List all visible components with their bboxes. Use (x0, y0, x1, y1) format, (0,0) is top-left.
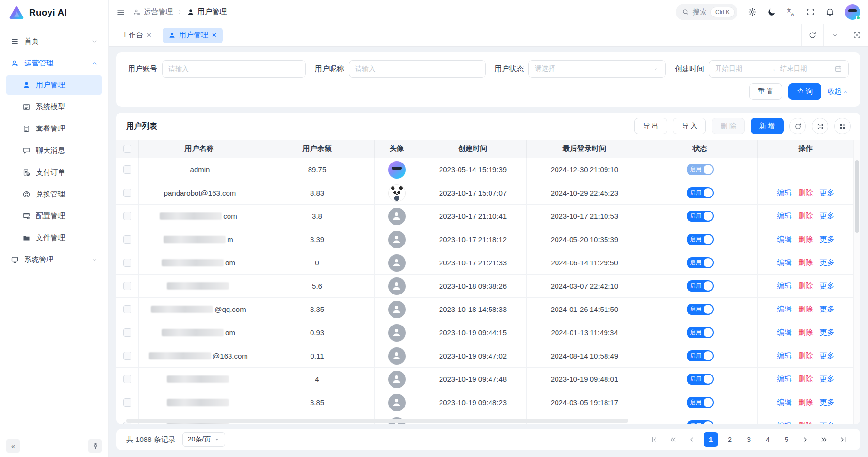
more-link[interactable]: 更多 (820, 351, 835, 360)
edit-link[interactable]: 编辑 (777, 188, 792, 197)
reset-button[interactable]: 重 置 (749, 83, 782, 100)
edit-link[interactable]: 编辑 (777, 235, 792, 244)
edit-link[interactable]: 编辑 (777, 351, 792, 360)
global-search[interactable]: 搜索 Ctrl K (676, 4, 737, 20)
refresh-page-button[interactable] (801, 24, 823, 46)
last-page-button[interactable] (836, 432, 851, 447)
edit-link[interactable]: 编辑 (777, 212, 792, 221)
row-checkbox[interactable] (123, 282, 131, 290)
close-tab-icon[interactable]: ✕ (212, 32, 217, 39)
breadcrumb-current[interactable]: 用户管理 (187, 7, 227, 16)
row-checkbox[interactable] (123, 328, 131, 337)
status-toggle[interactable]: 启用 (687, 327, 714, 338)
edit-link[interactable]: 编辑 (777, 375, 792, 384)
export-button[interactable]: 导 出 (634, 118, 667, 134)
delete-link[interactable]: 删除 (799, 212, 813, 221)
edit-link[interactable]: 编辑 (777, 398, 792, 407)
status-select[interactable]: 请选择 (528, 60, 666, 78)
row-checkbox[interactable] (123, 305, 131, 313)
status-toggle[interactable]: 启用 (687, 211, 714, 222)
page-number-button[interactable]: 4 (760, 432, 775, 447)
column-settings-button[interactable] (834, 118, 851, 134)
sidebar-subitem[interactable]: 兑换管理 (6, 184, 102, 204)
status-toggle[interactable]: 启用 (687, 234, 714, 245)
collapse-sidebar-button[interactable]: « (6, 439, 20, 453)
sidebar-subitem[interactable]: 配置管理 (6, 206, 102, 226)
close-tab-icon[interactable]: ✕ (147, 32, 152, 39)
status-toggle[interactable]: 启用 (687, 257, 714, 268)
more-link[interactable]: 更多 (820, 258, 835, 267)
status-toggle[interactable]: 启用 (687, 350, 714, 361)
delete-link[interactable]: 删除 (799, 235, 813, 244)
language-translate-icon[interactable]: 文A (786, 7, 796, 16)
row-checkbox[interactable] (123, 235, 131, 244)
delete-button[interactable]: 删 除 (712, 118, 745, 134)
first-page-button[interactable] (647, 432, 661, 447)
row-checkbox[interactable] (123, 189, 131, 197)
forward-5-pages-button[interactable] (817, 432, 832, 447)
status-toggle[interactable]: 启用 (687, 304, 714, 315)
back-5-pages-button[interactable] (666, 432, 680, 447)
expand-table-button[interactable] (812, 118, 828, 134)
breadcrumb-parent[interactable]: 运营管理 (133, 7, 173, 16)
delete-link[interactable]: 删除 (799, 351, 813, 360)
row-checkbox[interactable] (123, 352, 131, 360)
sidebar-item-operations[interactable]: 运营管理 (6, 53, 102, 73)
pin-sidebar-button[interactable] (88, 439, 102, 453)
more-link[interactable]: 更多 (820, 188, 835, 197)
sidebar-item-home[interactable]: 首页 (6, 31, 102, 51)
page-number-button[interactable]: 2 (722, 432, 737, 447)
more-link[interactable]: 更多 (820, 212, 835, 221)
select-all-checkbox[interactable] (123, 145, 131, 153)
search-button[interactable]: 查 询 (788, 83, 821, 100)
row-checkbox[interactable] (123, 165, 131, 174)
sidebar-subitem[interactable]: 用户管理 (6, 75, 102, 95)
delete-link[interactable]: 删除 (799, 305, 813, 314)
nickname-input[interactable] (349, 60, 486, 78)
fullscreen-icon[interactable] (806, 7, 815, 16)
sidebar-subitem[interactable]: 支付订单 (6, 162, 102, 182)
more-link[interactable]: 更多 (820, 281, 835, 291)
tab-options-button[interactable] (823, 24, 846, 46)
page-tab[interactable]: 用户管理 ✕ (163, 28, 223, 43)
add-button[interactable]: 新 增 (751, 118, 784, 134)
user-avatar[interactable] (845, 4, 860, 20)
more-link[interactable]: 更多 (820, 398, 835, 407)
next-page-button[interactable] (798, 432, 813, 447)
vertical-scrollbar-thumb[interactable] (855, 160, 859, 233)
refresh-table-button[interactable] (789, 118, 806, 134)
page-number-button[interactable]: 5 (779, 432, 794, 447)
settings-gear-icon[interactable] (748, 7, 757, 16)
sidebar-subitem[interactable]: 系统模型 (6, 97, 102, 117)
sidebar-subitem[interactable]: 聊天消息 (6, 140, 102, 161)
edit-link[interactable]: 编辑 (777, 281, 792, 291)
page-number-button[interactable]: 3 (741, 432, 756, 447)
collapse-filter-link[interactable]: 收起 (828, 87, 849, 96)
more-link[interactable]: 更多 (820, 305, 835, 314)
import-button[interactable]: 导 入 (673, 118, 706, 134)
row-checkbox[interactable] (123, 398, 131, 407)
account-input[interactable] (162, 60, 306, 78)
dark-mode-moon-icon[interactable] (767, 7, 776, 16)
content-fullscreen-button[interactable] (846, 24, 868, 46)
sidebar-subitem[interactable]: 套餐管理 (6, 118, 102, 139)
edit-link[interactable]: 编辑 (777, 305, 792, 314)
status-toggle[interactable]: 启用 (687, 397, 714, 408)
status-toggle[interactable]: 启用 (687, 280, 714, 292)
delete-link[interactable]: 删除 (799, 398, 813, 407)
status-toggle[interactable]: 启用 (687, 374, 714, 385)
sidebar-item-system[interactable]: 系统管理 (6, 249, 102, 270)
row-checkbox[interactable] (123, 375, 131, 383)
more-link[interactable]: 更多 (820, 375, 835, 384)
page-size-select[interactable]: 20条/页 (182, 432, 225, 447)
page-number-button[interactable]: 1 (704, 432, 718, 447)
delete-link[interactable]: 删除 (799, 258, 813, 267)
notifications-bell-icon[interactable] (825, 7, 835, 16)
status-toggle[interactable]: 启用 (687, 187, 714, 198)
edit-link[interactable]: 编辑 (777, 258, 792, 267)
sidebar-subitem[interactable]: 文件管理 (6, 228, 102, 248)
status-toggle[interactable]: 启用 (687, 164, 714, 175)
previous-page-button[interactable] (685, 432, 699, 447)
edit-link[interactable]: 编辑 (777, 328, 792, 337)
page-tab[interactable]: 工作台 ✕ (115, 28, 158, 43)
